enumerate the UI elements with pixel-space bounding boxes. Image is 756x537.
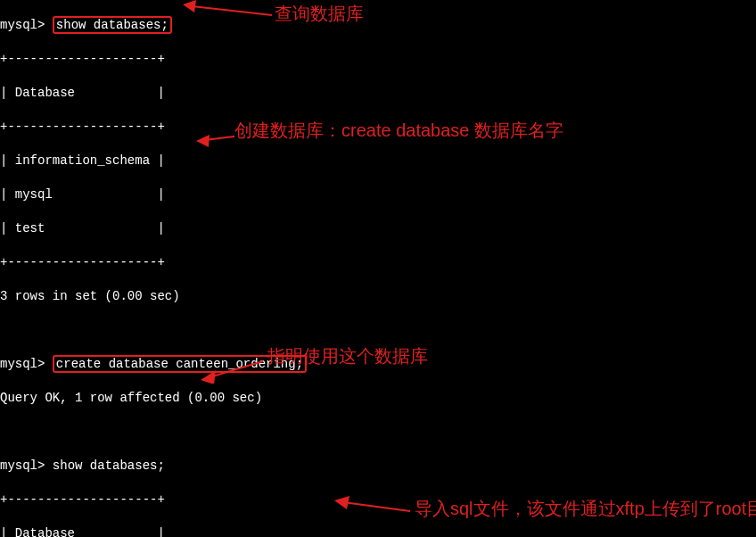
query-ok: Query OK, 1 row affected (0.00 sec) bbox=[0, 390, 756, 407]
table-header: | Database | bbox=[0, 85, 756, 102]
mysql-prompt: mysql> bbox=[0, 357, 45, 371]
annotation-import-sql: 导入sql文件，该文件通过xftp上传到了root目录下了 bbox=[415, 498, 756, 519]
table-row: | test | bbox=[0, 220, 756, 237]
table-row: | information_schema | bbox=[0, 153, 756, 169]
mysql-prompt: mysql> bbox=[0, 459, 45, 473]
annotation-use-db: 指明使用这个数据库 bbox=[267, 348, 428, 365]
table-header: | Database | bbox=[0, 525, 756, 537]
cmd-show-databases-2: show databases; bbox=[53, 459, 165, 473]
cmd-show-databases-1: show databases; bbox=[53, 16, 172, 34]
terminal-output: mysql> show databases; +----------------… bbox=[0, 0, 756, 537]
table-row: | mysql | bbox=[0, 186, 756, 203]
row-count: 3 rows in set (0.00 sec) bbox=[0, 288, 756, 305]
annotation-create-db: 创建数据库：create database 数据库名字 bbox=[234, 122, 563, 139]
table-border: +--------------------+ bbox=[0, 254, 756, 271]
annotation-query-db: 查询数据库 bbox=[275, 5, 364, 22]
table-border: +--------------------+ bbox=[0, 51, 756, 68]
mysql-prompt: mysql> bbox=[0, 18, 45, 32]
